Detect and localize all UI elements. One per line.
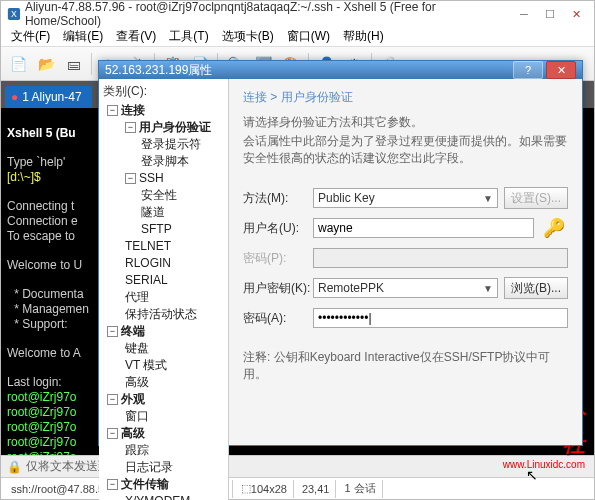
collapse-icon[interactable]: − (107, 479, 118, 490)
collapse-icon[interactable]: − (125, 122, 136, 133)
lock-icon: 🔒 (7, 460, 22, 474)
method-label: 方法(M): (243, 190, 313, 207)
tree-security[interactable]: 安全性 (103, 187, 226, 204)
tab-label: 1 Aliyun-47 (22, 90, 81, 104)
tree-ssh[interactable]: −SSH (103, 170, 226, 187)
tree-terminal[interactable]: −终端 (103, 323, 226, 340)
auth-note: 注释: 公钥和Keyboard Interactive仅在SSH/SFTP协议中… (243, 349, 568, 383)
key-icon: 🔑 (540, 218, 568, 238)
tree-advanced[interactable]: 高级 (103, 374, 226, 391)
maximize-button[interactable]: ☐ (538, 6, 562, 22)
dialog-title: 52.163.231.199属性 (105, 62, 510, 79)
tool-new-icon[interactable]: 📄 (5, 51, 31, 77)
dialog-titlebar[interactable]: 52.163.231.199属性 ? ✕ (99, 61, 582, 79)
tree-serial[interactable]: SERIAL (103, 272, 226, 289)
settings-button[interactable]: 设置(S)... (504, 187, 568, 209)
collapse-icon[interactable]: − (107, 105, 118, 116)
tree-sftp[interactable]: SFTP (103, 221, 226, 238)
chevron-down-icon: ▼ (483, 283, 493, 294)
password-input (313, 248, 568, 268)
dialog-desc: 请选择身份验证方法和其它参数。 (243, 114, 568, 131)
menu-help[interactable]: 帮助(H) (337, 26, 390, 47)
category-tree[interactable]: −连接 −用户身份验证 登录提示符 登录脚本 −SSH 安全性 隧道 SFTP … (103, 102, 226, 500)
tree-auth[interactable]: −用户身份验证 (103, 119, 226, 136)
menu-window[interactable]: 窗口(W) (281, 26, 336, 47)
minimize-button[interactable]: ─ (512, 6, 536, 22)
tree-keyboard[interactable]: 键盘 (103, 340, 226, 357)
tree-xymodem[interactable]: X/YMODEM (103, 493, 226, 500)
userkey-select[interactable]: RemotePPK ▼ (313, 278, 498, 298)
menu-edit[interactable]: 编辑(E) (57, 26, 109, 47)
app-title: Aliyun-47.88.57.96 - root@iZrj97oclpnqnt… (25, 0, 512, 28)
dialog-desc2: 会话属性中此部分是为了登录过程更便捷而提供的。如果需要安全性很高的状态的话建议您… (243, 133, 568, 167)
app-icon: X (7, 7, 21, 21)
browse-button[interactable]: 浏览(B)... (504, 277, 568, 299)
tree-appearance[interactable]: −外观 (103, 391, 226, 408)
tree-advanced2[interactable]: −高级 (103, 425, 226, 442)
tree-window[interactable]: 窗口 (103, 408, 226, 425)
userkey-label: 用户密钥(K): (243, 280, 313, 297)
tool-save-icon[interactable]: 🖴 (61, 51, 87, 77)
keypass-label: 密码(A): (243, 310, 313, 327)
tree-filetransfer[interactable]: −文件传输 (103, 476, 226, 493)
svg-text:X: X (11, 9, 17, 19)
collapse-icon[interactable]: − (107, 428, 118, 439)
tree-proxy[interactable]: 代理 (103, 289, 226, 306)
username-input[interactable] (313, 218, 534, 238)
collapse-icon[interactable]: − (125, 173, 136, 184)
session-tab[interactable]: ● 1 Aliyun-47 (5, 86, 92, 108)
tree-rlogin[interactable]: RLOGIN (103, 255, 226, 272)
tab-indicator-icon: ● (11, 90, 18, 104)
tree-trace[interactable]: 跟踪 (103, 442, 226, 459)
collapse-icon[interactable]: − (107, 394, 118, 405)
category-tree-panel: 类别(C): −连接 −用户身份验证 登录提示符 登录脚本 −SSH 安全性 隧… (99, 79, 229, 500)
cursor-icon: ↖ (526, 467, 538, 483)
tree-keepalive[interactable]: 保持活动状态 (103, 306, 226, 323)
dialog-close-button[interactable]: ✕ (546, 61, 576, 79)
tool-open-icon[interactable]: 📂 (33, 51, 59, 77)
app-titlebar: X Aliyun-47.88.57.96 - root@iZrj97oclpnq… (1, 1, 594, 27)
keypass-input[interactable] (313, 308, 568, 328)
properties-dialog: 52.163.231.199属性 ? ✕ 类别(C): −连接 −用户身份验证 … (98, 60, 583, 446)
menu-view[interactable]: 查看(V) (110, 26, 162, 47)
tree-tunnel[interactable]: 隧道 (103, 204, 226, 221)
dialog-content: 连接 > 用户身份验证 请选择身份验证方法和其它参数。 会话属性中此部分是为了登… (229, 79, 582, 500)
tree-telnet[interactable]: TELNET (103, 238, 226, 255)
menu-tabs[interactable]: 选项卡(B) (216, 26, 280, 47)
breadcrumb: 连接 > 用户身份验证 (243, 89, 568, 106)
close-button[interactable]: ✕ (564, 6, 588, 22)
method-select[interactable]: Public Key ▼ (313, 188, 498, 208)
chevron-down-icon: ▼ (483, 193, 493, 204)
password-label: 密码(P): (243, 250, 313, 267)
tree-login-prompt[interactable]: 登录提示符 (103, 136, 226, 153)
category-label: 类别(C): (103, 83, 226, 100)
tree-connection[interactable]: −连接 (103, 102, 226, 119)
username-label: 用户名(U): (243, 220, 313, 237)
menu-tools[interactable]: 工具(T) (163, 26, 214, 47)
tree-login-script[interactable]: 登录脚本 (103, 153, 226, 170)
tree-vt[interactable]: VT 模式 (103, 357, 226, 374)
tree-logging[interactable]: 日志记录 (103, 459, 226, 476)
menubar: 文件(F) 编辑(E) 查看(V) 工具(T) 选项卡(B) 窗口(W) 帮助(… (1, 27, 594, 47)
dialog-help-button[interactable]: ? (513, 61, 543, 79)
menu-file[interactable]: 文件(F) (5, 26, 56, 47)
collapse-icon[interactable]: − (107, 326, 118, 337)
